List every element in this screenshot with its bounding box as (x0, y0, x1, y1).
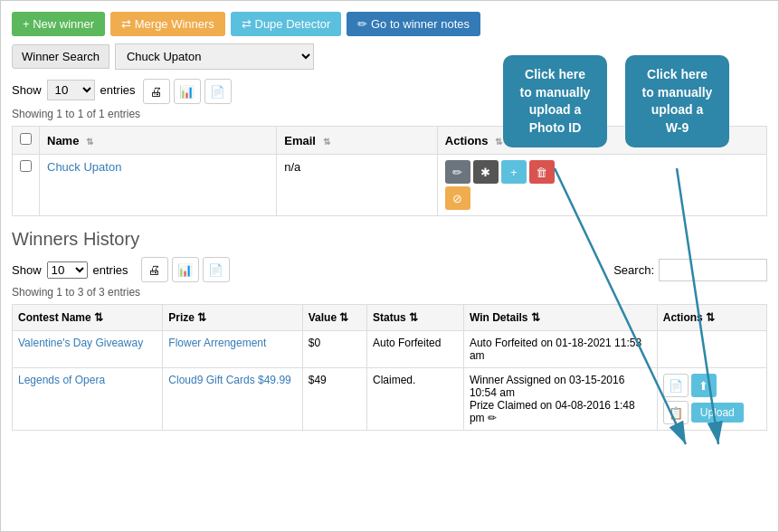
prize-2[interactable]: Cloud9 Gift Cards $49.99 (168, 374, 290, 386)
status-2: Claimed. (367, 368, 464, 431)
prize-column-header: Prize ⇅ (163, 305, 302, 331)
new-winner-button[interactable]: + New winner (12, 12, 105, 36)
value-1: $0 (302, 331, 366, 368)
file-button[interactable]: 📋 (663, 401, 689, 424)
add-button[interactable]: + (501, 160, 527, 184)
winners-history-title: Winners History (12, 229, 767, 250)
dupe-detector-button[interactable]: ⇄ Dupe Detector (231, 12, 341, 36)
win-details-2: Winner Assigned on 03-15-2016 10:54 am P… (463, 368, 657, 431)
winner-search-label: Winner Search (12, 44, 109, 69)
name-column-header: Name ⇅ (40, 127, 277, 155)
ban-button[interactable]: ⊘ (445, 186, 470, 210)
export-buttons: 🖨 📊 📄 (143, 79, 232, 104)
asterisk-button[interactable]: ✱ (473, 160, 499, 184)
history-show-label: Show (12, 263, 42, 277)
toolbar: + New winner ⇄ Merge Winners ⇄ Dupe Dete… (12, 12, 767, 36)
contest-column-header: Contest Name ⇅ (13, 305, 163, 331)
prize-1[interactable]: Flower Arrengement (168, 337, 266, 349)
value-column-header: Value ⇅ (302, 305, 366, 331)
email-column-header: Email ⇅ (277, 127, 438, 155)
contest-name-1[interactable]: Valentine's Day Giveaway (18, 337, 143, 349)
history-showing-text: Showing 1 to 3 of 3 entries (12, 286, 767, 299)
go-to-winner-notes-button[interactable]: ✏ Go to winner notes (347, 12, 480, 36)
upload-button[interactable]: Upload (691, 403, 744, 423)
show-entries: Show 102550100 entries (12, 80, 136, 100)
win-details-1: Auto Forfeited on 01-18-2021 11:53 am (463, 331, 657, 368)
actions-column-header-history: Actions ⇅ (657, 305, 766, 331)
value-2: $49 (302, 368, 366, 431)
print-button[interactable]: 🖨 (143, 79, 170, 104)
contest-name-2[interactable]: Legends of Opera (18, 374, 105, 386)
row-checkbox[interactable] (20, 160, 32, 172)
entries-label: entries (100, 83, 136, 97)
history-pdf-button[interactable]: 📄 (203, 257, 230, 282)
doc-button[interactable]: 📄 (663, 374, 689, 397)
cloud-upload-button[interactable]: ⬆ (691, 374, 717, 397)
excel-button[interactable]: 📊 (174, 79, 201, 104)
history-row-1: Valentine's Day Giveaway Flower Arrengem… (13, 331, 767, 368)
history-table: Contest Name ⇅ Prize ⇅ Value ⇅ Status ⇅ … (12, 304, 767, 431)
table-row: Chuck Upaton n/a ✏ ✱ + 🗑 ⊘ (13, 155, 767, 216)
delete-button[interactable]: 🗑 (529, 160, 555, 184)
show-label: Show (12, 83, 42, 97)
winner-search-select[interactable]: Chuck Upaton (115, 43, 314, 70)
winner-name-link[interactable]: Chuck Upaton (47, 160, 121, 174)
actions-2: 📄 ⬆ 📋 Upload (657, 368, 766, 431)
entries-select[interactable]: 102550100 (47, 80, 95, 100)
history-toolbar: Show 102550100 entries 🖨 📊 📄 Search: (12, 257, 767, 282)
win-details-column-header: Win Details ⇅ (463, 305, 657, 331)
history-row-2: Legends of Opera Cloud9 Gift Cards $49.9… (13, 368, 767, 431)
row-action-buttons: ✏ ✱ + 🗑 (445, 160, 759, 184)
history-excel-button[interactable]: 📊 (172, 257, 199, 282)
edit-button[interactable]: ✏ (445, 160, 470, 184)
history-search-input[interactable] (659, 259, 767, 281)
status-1: Auto Forfeited (367, 331, 464, 368)
status-column-header: Status ⇅ (367, 305, 464, 331)
winner-email: n/a (277, 155, 438, 216)
select-all-checkbox[interactable] (20, 133, 32, 145)
history-search-label: Search: (613, 263, 654, 277)
actions-1 (657, 331, 766, 368)
history-entries-select[interactable]: 102550100 (47, 261, 88, 279)
history-entries-label: entries (93, 263, 128, 277)
pdf-button[interactable]: 📄 (204, 79, 232, 104)
callout-photo-id: Click hereto manuallyupload aPhoto ID (503, 55, 607, 147)
history-print-button[interactable]: 🖨 (141, 257, 168, 282)
merge-winners-button[interactable]: ⇄ Merge Winners (110, 12, 225, 36)
callout-w9: Click hereto manuallyupload aW-9 (625, 55, 729, 147)
